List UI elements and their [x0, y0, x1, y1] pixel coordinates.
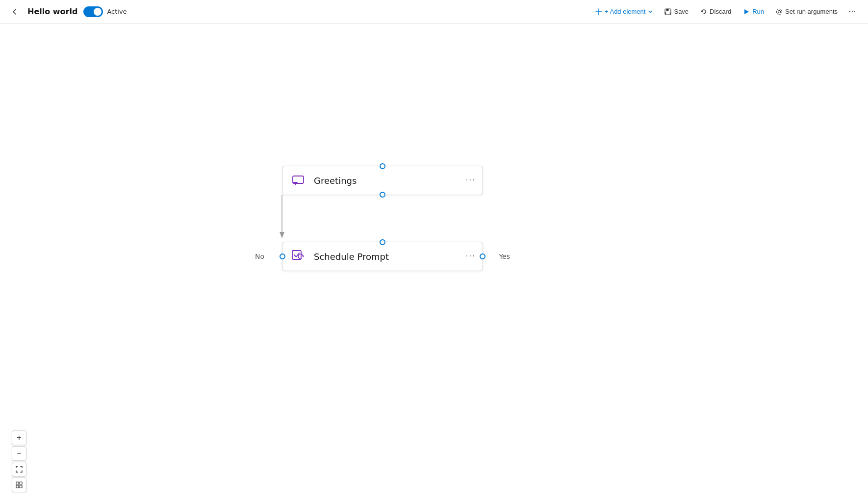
schedule-icon: [291, 249, 306, 264]
schedule-prompt-label: Schedule Prompt: [314, 252, 459, 262]
back-button[interactable]: [8, 5, 22, 19]
save-button[interactable]: Save: [660, 5, 693, 18]
zoom-out-button[interactable]: −: [12, 446, 26, 461]
connector-arrow: [277, 195, 287, 242]
run-button[interactable]: Run: [738, 5, 769, 18]
greetings-node: Greetings ···: [282, 166, 483, 195]
settings-icon: [776, 8, 783, 15]
chat-icon: [291, 174, 305, 187]
svg-rect-13: [16, 482, 19, 484]
greetings-top-connector[interactable]: [380, 163, 385, 169]
schedule-top-connector[interactable]: [380, 239, 385, 245]
greetings-label: Greetings: [314, 176, 459, 186]
svg-point-7: [777, 9, 782, 14]
schedule-left-connector[interactable]: [280, 253, 285, 259]
svg-marker-10: [280, 232, 284, 238]
yes-label: Yes: [499, 252, 510, 260]
discard-icon: [700, 8, 707, 15]
svg-rect-14: [20, 482, 22, 484]
svg-rect-4: [666, 12, 670, 14]
svg-rect-16: [20, 485, 22, 488]
toolbar-right: + Add element Save Discard Run: [590, 4, 860, 20]
zoom-controls: + −: [12, 430, 26, 492]
toggle-knob: [94, 8, 102, 16]
greetings-icon-container: [289, 172, 307, 189]
back-icon: [11, 8, 19, 16]
save-icon: [664, 8, 671, 15]
grid-view-button[interactable]: [12, 478, 26, 492]
add-element-button[interactable]: + Add element: [590, 5, 658, 18]
active-label: Active: [107, 8, 127, 15]
svg-rect-11: [292, 251, 301, 259]
set-run-arguments-button[interactable]: Set run arguments: [771, 5, 842, 18]
node-card-schedule-prompt[interactable]: Schedule Prompt ···: [282, 242, 483, 271]
toolbar-left: Hello world Active: [8, 5, 590, 19]
toggle-container: Active: [83, 6, 127, 17]
toolbar: Hello world Active + Add element: [0, 0, 868, 24]
canvas: Greetings ··· No: [0, 24, 868, 504]
greetings-bottom-connector[interactable]: [380, 192, 385, 198]
schedule-icon-container: [289, 248, 307, 265]
svg-point-6: [778, 10, 781, 13]
page-title: Hello world: [27, 7, 77, 16]
svg-rect-15: [16, 485, 19, 488]
chevron-down-icon: [648, 9, 653, 14]
discard-button[interactable]: Discard: [695, 5, 736, 18]
greetings-more-button[interactable]: ···: [466, 176, 476, 185]
run-icon: [743, 8, 750, 15]
fit-icon: [16, 466, 23, 473]
more-options-button[interactable]: ···: [844, 4, 860, 20]
no-label: No: [255, 252, 264, 260]
svg-rect-3: [666, 9, 669, 11]
schedule-prompt-node: No Schedule Prompt: [282, 242, 483, 271]
svg-marker-5: [744, 9, 749, 14]
node-card-greetings[interactable]: Greetings ···: [282, 166, 483, 195]
fit-view-button[interactable]: [12, 462, 26, 477]
schedule-right-connector[interactable]: [480, 253, 485, 259]
grid-icon: [16, 481, 23, 488]
zoom-in-button[interactable]: +: [12, 430, 26, 445]
schedule-more-button[interactable]: ···: [466, 252, 476, 261]
active-toggle[interactable]: [83, 6, 103, 17]
add-icon: [595, 8, 602, 15]
